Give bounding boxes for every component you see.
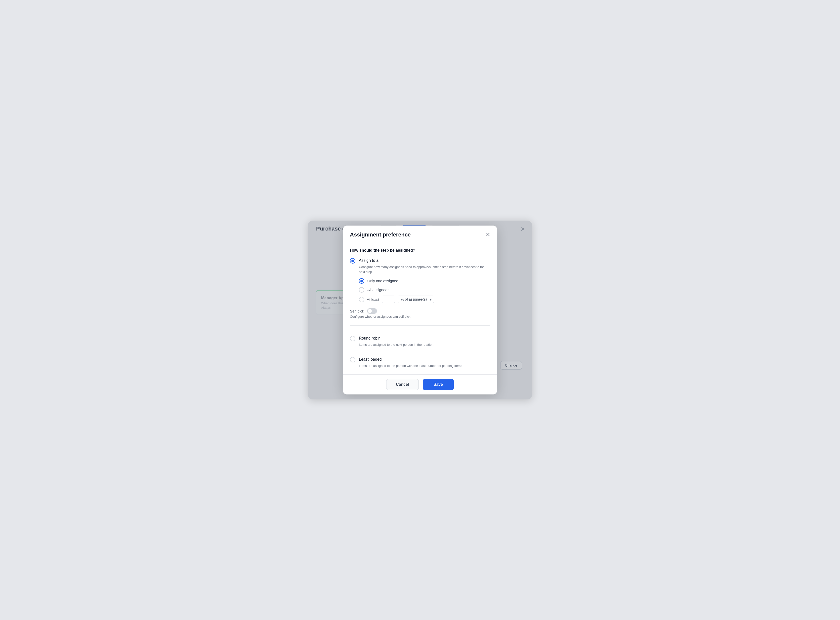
assign-to-all-header: Assign to all xyxy=(350,257,490,263)
self-pick-label: Self pick xyxy=(350,309,364,313)
section-question: How should the step be assigned? xyxy=(350,248,490,253)
only-one-assignee-radio[interactable] xyxy=(359,278,364,284)
modal-title: Assignment preference xyxy=(350,232,411,238)
modal-body: How should the step be assigned? Assign … xyxy=(343,242,497,374)
assignment-preference-modal: Assignment preference ✕ How should the s… xyxy=(343,226,497,394)
least-loaded-label: Least loaded xyxy=(359,357,382,362)
self-pick-row: Self pick xyxy=(350,308,490,314)
least-loaded-radio[interactable] xyxy=(350,357,355,363)
all-assignees-row: All assignees xyxy=(359,287,490,293)
assign-to-all-radio[interactable] xyxy=(350,258,355,263)
least-loaded-header: Least loaded xyxy=(350,357,490,363)
self-pick-section: Self pick Configure whether assignees ca… xyxy=(350,307,490,321)
cancel-button[interactable]: Cancel xyxy=(386,379,419,390)
only-one-assignee-row: Only one assignee xyxy=(359,278,490,284)
at-least-row: At least % of assignee(s) # of assignee(… xyxy=(359,296,490,303)
at-least-label: At least xyxy=(367,297,379,301)
all-assignees-radio[interactable] xyxy=(359,287,364,293)
assign-to-all-description: Configure how many assignees need to app… xyxy=(359,265,490,274)
self-pick-toggle[interactable] xyxy=(367,308,377,314)
modal-footer: Cancel Save xyxy=(343,374,497,394)
assign-to-all-label: Assign to all xyxy=(359,258,380,263)
at-least-radio[interactable] xyxy=(359,297,364,302)
round-robin-header: Round robin xyxy=(350,336,490,341)
modal-overlay: Assignment preference ✕ How should the s… xyxy=(308,221,532,399)
at-least-input[interactable] xyxy=(382,296,395,303)
round-robin-label: Round robin xyxy=(359,336,380,340)
least-loaded-description: Items are assigned to the person with th… xyxy=(359,363,490,369)
assign-to-all-section: Assign to all Configure how many assigne… xyxy=(350,257,490,326)
all-assignees-label: All assignees xyxy=(367,287,389,292)
round-robin-radio[interactable] xyxy=(350,336,355,341)
at-least-select-wrap: % of assignee(s) # of assignee(s) xyxy=(398,296,434,303)
app-window: Purchase order Form Workflow Permissions… xyxy=(308,221,532,399)
self-pick-description: Configure whether assignees can self pic… xyxy=(350,315,490,319)
save-button[interactable]: Save xyxy=(423,379,454,390)
round-robin-description: Items are assigned to the next person in… xyxy=(359,342,490,347)
at-least-select[interactable]: % of assignee(s) # of assignee(s) xyxy=(398,296,434,303)
least-loaded-section: Least loaded Items are assigned to the p… xyxy=(350,352,490,369)
only-one-assignee-label: Only one assignee xyxy=(367,279,398,283)
sub-options: Only one assignee All assignees At least xyxy=(359,278,490,303)
modal-close-button[interactable]: ✕ xyxy=(486,232,490,238)
round-robin-section: Round robin Items are assigned to the ne… xyxy=(350,331,490,347)
modal-header: Assignment preference ✕ xyxy=(343,226,497,242)
